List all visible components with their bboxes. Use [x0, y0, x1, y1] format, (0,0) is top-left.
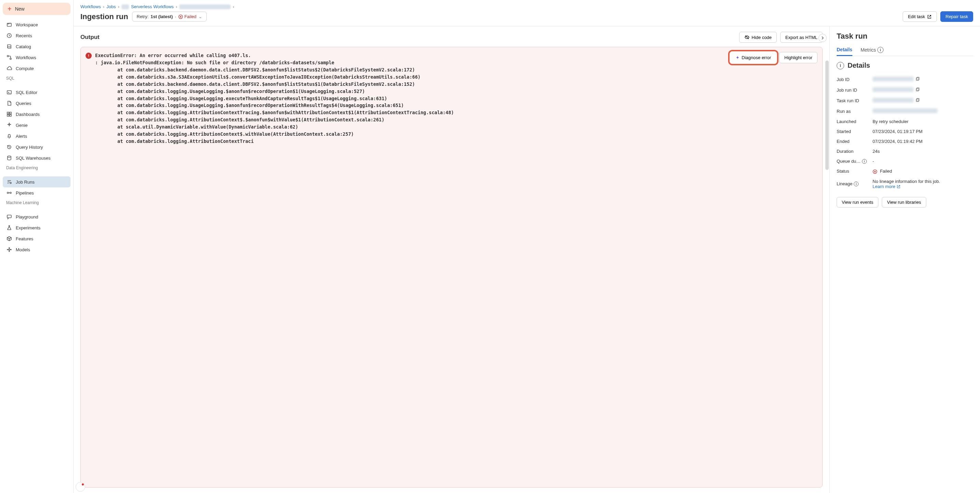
- task-run-title: Task run: [837, 32, 973, 41]
- copy-icon[interactable]: [915, 87, 920, 92]
- nav-item-compute[interactable]: Compute: [3, 63, 70, 74]
- nav-item-recents[interactable]: Recents: [3, 30, 70, 41]
- main: Workflows › Jobs › Serverless Workflows …: [73, 0, 980, 493]
- runs-icon: [6, 179, 12, 185]
- nav-item-queries[interactable]: Queries: [3, 98, 70, 109]
- flask-icon: [6, 225, 12, 231]
- value-lineage: No lineage information for this job. Lea…: [873, 179, 973, 189]
- scrollbar[interactable]: [825, 60, 829, 170]
- edit-task-button[interactable]: Edit task: [903, 11, 937, 22]
- detail-job-run-id: Job run ID: [837, 85, 973, 95]
- nav-item-experiments[interactable]: Experiments: [3, 222, 70, 233]
- nav-item-sql-warehouses[interactable]: SQL Warehouses: [3, 152, 70, 163]
- copy-icon[interactable]: [915, 98, 920, 103]
- tab-metrics[interactable]: Metrics i: [861, 44, 883, 56]
- svg-point-3: [10, 58, 11, 60]
- value-redacted: [873, 98, 914, 103]
- details-heading: Details: [848, 62, 870, 70]
- page-title: Ingestion run: [80, 12, 128, 21]
- new-button-label: New: [15, 6, 25, 12]
- error-icon: !: [86, 53, 92, 59]
- eye-off-icon: [744, 35, 750, 40]
- nav-item-models[interactable]: Models: [3, 244, 70, 255]
- label-queue: Queue du… i: [837, 159, 869, 164]
- nav-item-sql-editor[interactable]: SQL Editor: [3, 87, 70, 98]
- model-icon: [6, 246, 12, 253]
- tabs: Details Metrics i: [837, 44, 973, 56]
- detail-job-id: Job ID: [837, 74, 973, 85]
- nav-item-label: Catalog: [16, 44, 31, 49]
- nav-item-dashboards[interactable]: Dashboards: [3, 109, 70, 120]
- diagnose-error-button[interactable]: ✦ Diagnose error: [730, 52, 776, 63]
- detail-status: Status Failed: [837, 166, 973, 176]
- nav-item-label: SQL Editor: [16, 90, 37, 95]
- nav-item-genie[interactable]: Genie: [3, 120, 70, 131]
- nav-item-features[interactable]: Features: [3, 233, 70, 244]
- retry-prefix: Retry:: [137, 14, 148, 19]
- output-title: Output: [80, 34, 100, 41]
- nav-item-label: Compute: [16, 66, 34, 71]
- repair-task-button[interactable]: Repair task: [940, 11, 973, 22]
- box-icon: [6, 236, 12, 242]
- detail-ended: Ended 07/23/2024, 01:19:42 PM: [837, 136, 973, 146]
- nav-heading-de: Data Engineering: [3, 163, 70, 172]
- clock-icon: [6, 32, 12, 39]
- info-icon[interactable]: i: [854, 182, 859, 186]
- label-ended: Ended: [837, 139, 869, 144]
- nav-item-label: Features: [16, 236, 33, 241]
- nav-item-label: SQL Warehouses: [16, 155, 51, 161]
- nav-item-query-history[interactable]: Query History: [3, 141, 70, 152]
- chevron-right-icon: ›: [233, 4, 234, 9]
- bell-icon: [6, 133, 12, 139]
- copy-icon[interactable]: [915, 76, 920, 81]
- nav-item-alerts[interactable]: Alerts: [3, 131, 70, 141]
- value-started: 07/23/2024, 01:19:17 PM: [873, 129, 973, 134]
- nav-item-label: Recents: [16, 33, 32, 38]
- doc-icon: [6, 100, 12, 106]
- breadcrumb-serverless[interactable]: Serverless Workflows: [131, 4, 174, 9]
- export-html-button[interactable]: Export as HTML: [780, 32, 822, 43]
- nav-item-label: Pipelines: [16, 190, 34, 195]
- nav-item-label: Queries: [16, 101, 32, 106]
- nav-item-workflows[interactable]: Workflows: [3, 52, 70, 63]
- svg-point-15: [7, 249, 8, 250]
- retry-selector[interactable]: Retry: 1st (latest) · Failed ⌄: [132, 12, 207, 22]
- svg-rect-6: [10, 112, 11, 114]
- error-block: ✦ Diagnose error Highlight error ! Execu…: [80, 47, 822, 488]
- nav-item-label: Job Runs: [16, 179, 35, 185]
- highlight-error-button[interactable]: Highlight error: [779, 52, 818, 63]
- value-redacted: [873, 87, 914, 92]
- view-run-events-button[interactable]: View run events: [837, 197, 878, 208]
- nav-item-pipelines[interactable]: Pipelines: [3, 187, 70, 198]
- hide-code-button[interactable]: Hide code: [739, 32, 777, 43]
- svg-point-18: [9, 251, 10, 252]
- detail-duration: Duration 24s: [837, 146, 973, 156]
- nav-item-label: Experiments: [16, 225, 40, 230]
- svg-rect-13: [7, 215, 11, 218]
- nav-item-label: Models: [16, 247, 30, 252]
- assistant-avatar[interactable]: [76, 482, 85, 491]
- new-button[interactable]: + New: [3, 3, 70, 15]
- retry-separator: ·: [175, 14, 176, 19]
- breadcrumb-workflows[interactable]: Workflows: [80, 4, 101, 9]
- svg-point-17: [9, 247, 10, 248]
- label-launched: Launched: [837, 119, 869, 124]
- flow-icon: [6, 54, 12, 60]
- svg-point-12: [10, 192, 11, 193]
- nav-item-workspace[interactable]: Workspace: [3, 19, 70, 30]
- nav-item-catalog[interactable]: Catalog: [3, 41, 70, 52]
- tab-details[interactable]: Details: [837, 44, 853, 56]
- nav-item-job-runs[interactable]: Job Runs: [3, 176, 70, 187]
- breadcrumb-jobs[interactable]: Jobs: [107, 4, 116, 9]
- collapse-panel-button[interactable]: [818, 34, 827, 42]
- db-icon: [6, 155, 12, 161]
- learn-more-link[interactable]: Learn more: [873, 184, 973, 189]
- svg-point-9: [8, 156, 11, 157]
- info-icon[interactable]: i: [862, 159, 867, 164]
- nav-item-playground[interactable]: Playground: [3, 211, 70, 222]
- value-queue: -: [873, 159, 973, 164]
- svg-rect-5: [7, 112, 9, 114]
- failed-icon: [873, 169, 877, 174]
- detail-run-as: Run as: [837, 106, 973, 117]
- view-run-libraries-button[interactable]: View run libraries: [882, 197, 926, 208]
